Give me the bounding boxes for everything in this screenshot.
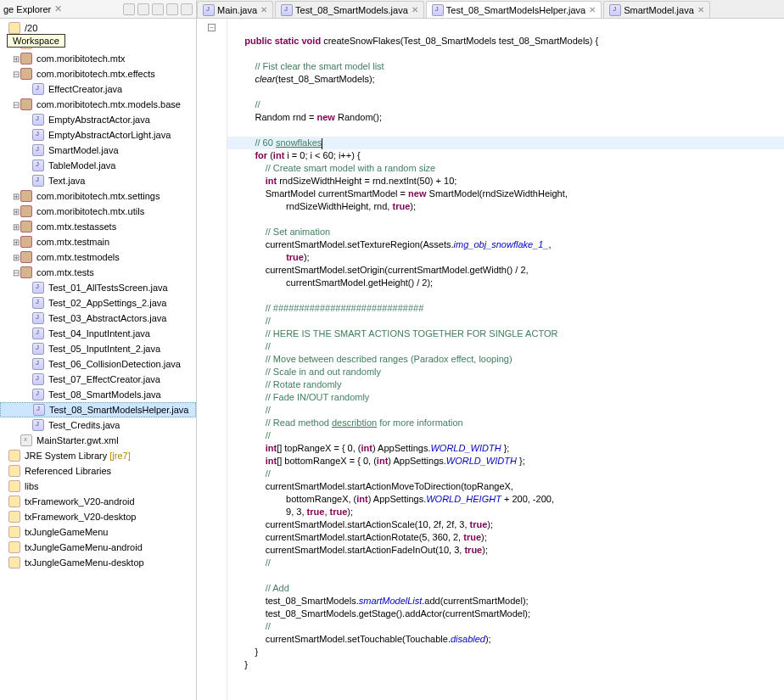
tree-item[interactable]: ⊞com.moribitotech.mtx.utils	[0, 204, 196, 219]
pkg-icon	[20, 53, 32, 64]
fld-icon	[8, 465, 20, 477]
pkg-icon	[20, 190, 32, 202]
gutter: −	[197, 19, 227, 700]
tree-item[interactable]: ⊞com.moribitotech.mtx.settings	[0, 188, 196, 204]
link-with-editor-icon[interactable]	[123, 3, 135, 15]
tree-item[interactable]: Text.java	[0, 173, 196, 188]
cu-icon	[32, 419, 44, 431]
cu-icon	[32, 328, 44, 339]
java-file-icon	[609, 4, 621, 16]
tree-item[interactable]: txJungleGameMenu	[0, 524, 196, 540]
tree-item[interactable]: Test_01_AllTestsScreen.java	[0, 280, 196, 295]
explorer-title: ge Explorer	[3, 4, 51, 14]
pkg-icon	[20, 68, 32, 80]
java-file-icon	[203, 4, 215, 16]
minimize-icon[interactable]	[166, 3, 178, 15]
editor-tab[interactable]: Test_08_SmartModels.java✕	[275, 1, 424, 18]
tree-item[interactable]: ⊞com.mtx.testassets	[0, 219, 196, 234]
tree-item[interactable]: Test_07_EffectCreator.java	[0, 372, 196, 387]
cu-icon	[32, 144, 44, 156]
editor-tab[interactable]: Test_08_SmartModelsHelper.java✕	[426, 1, 602, 18]
tree-item[interactable]: Test_04_InputIntent.java	[0, 326, 196, 341]
tree-item[interactable]: ⊞com.moribitotech.mtx	[0, 51, 196, 66]
cu-icon	[32, 175, 44, 187]
pkg-icon	[20, 98, 32, 110]
pkg-icon	[20, 221, 32, 232]
tree-item[interactable]: JRE System Library [jre7]	[0, 448, 196, 463]
close-icon[interactable]: ✕	[412, 5, 418, 14]
tree-item[interactable]: Test_05_InputIntent_2.java	[0, 341, 196, 356]
editor-tab[interactable]: Main.java✕	[197, 1, 273, 18]
fld-icon	[8, 557, 20, 568]
editor-tab[interactable]: SmartModel.java✕	[603, 1, 710, 18]
editor-area: Main.java✕Test_08_SmartModels.java✕Test_…	[197, 0, 784, 700]
cu-icon	[32, 282, 44, 294]
fld-icon	[8, 511, 20, 523]
pkg-icon	[20, 205, 32, 217]
fld-icon	[8, 480, 20, 492]
java-file-icon	[432, 4, 444, 16]
tree-item[interactable]: ⊞com.mtx.testmain	[0, 234, 196, 249]
cu-icon	[32, 343, 44, 355]
cu-icon	[32, 83, 44, 95]
pkg-icon	[20, 236, 32, 248]
package-explorer: ge Explorer ✕ Workspace /20src⊞com.morib…	[0, 0, 197, 700]
tree-item[interactable]: libs	[0, 479, 196, 494]
close-icon[interactable]: ✕	[260, 5, 267, 14]
tree-item[interactable]: Test_08_SmartModelsHelper.java	[0, 402, 196, 417]
tree-item[interactable]: MainStarter.gwt.xml	[0, 433, 196, 448]
tree-item[interactable]: txJungleGameMenu-android	[0, 540, 196, 555]
close-icon[interactable]: ✕	[589, 5, 596, 14]
cu-icon	[32, 373, 44, 385]
tree-item[interactable]: Test_Credits.java	[0, 417, 196, 433]
tree-item[interactable]: ⊟com.moribitotech.mtx.models.base	[0, 97, 196, 112]
fld-icon	[8, 526, 20, 538]
cu-icon	[32, 358, 44, 370]
pkg-icon	[20, 266, 32, 278]
code-editor[interactable]: − public static void createSnowFlakes(Te…	[197, 19, 784, 700]
tree-item[interactable]: Test_02_AppSettings_2.java	[0, 295, 196, 311]
pkg-icon	[20, 251, 32, 263]
cu-icon	[32, 312, 44, 324]
fld-icon	[8, 450, 20, 462]
tree-item[interactable]: TableModel.java	[0, 158, 196, 173]
project-tree[interactable]: /20src⊞com.moribitotech.mtx⊟com.moribito…	[0, 19, 196, 700]
cu-icon	[32, 114, 44, 126]
tree-item[interactable]: EffectCreator.java	[0, 81, 196, 97]
explorer-header: ge Explorer ✕	[0, 0, 196, 19]
tree-item[interactable]: EmptyAbstractActorLight.java	[0, 127, 196, 143]
tree-item[interactable]: Test_08_SmartModels.java	[0, 387, 196, 402]
cu-icon	[32, 389, 44, 400]
fold-icon[interactable]: −	[208, 24, 216, 31]
view-menu-icon[interactable]	[152, 3, 164, 15]
code-content[interactable]: public static void createSnowFlakes(Test…	[227, 19, 784, 700]
tree-item[interactable]: ⊞com.mtx.testmodels	[0, 249, 196, 265]
cu-icon	[32, 297, 44, 309]
tree-item[interactable]: Test_03_AbstractActors.java	[0, 311, 196, 326]
fld-icon	[8, 496, 20, 507]
maximize-icon[interactable]	[181, 3, 193, 15]
close-icon[interactable]: ✕	[697, 5, 704, 14]
tree-item[interactable]: txJungleGameMenu-desktop	[0, 555, 196, 570]
tree-item[interactable]: ⊟com.moribitotech.mtx.effects	[0, 66, 196, 81]
tree-item[interactable]: ⊟com.mtx.tests	[0, 265, 196, 280]
tree-item[interactable]: Referenced Libraries	[0, 463, 196, 479]
cu-icon	[32, 160, 44, 171]
tree-item[interactable]: EmptyAbstractActor.java	[0, 112, 196, 127]
workspace-tooltip: Workspace	[7, 34, 65, 48]
close-icon[interactable]: ✕	[54, 3, 62, 14]
fld-icon	[8, 541, 20, 553]
tree-item[interactable]: Test_06_CollisionDetection.java	[0, 356, 196, 372]
collapse-all-icon[interactable]	[137, 3, 149, 15]
fld-icon	[8, 22, 20, 34]
tree-item[interactable]: txFramework_V20-android	[0, 494, 196, 509]
tree-item[interactable]: txFramework_V20-desktop	[0, 509, 196, 524]
cu-icon	[33, 404, 45, 416]
tree-item[interactable]: SmartModel.java	[0, 143, 196, 158]
editor-tabs: Main.java✕Test_08_SmartModels.java✕Test_…	[197, 0, 784, 19]
cu-icon	[32, 129, 44, 141]
xml-icon	[20, 434, 32, 446]
java-file-icon	[281, 4, 293, 16]
